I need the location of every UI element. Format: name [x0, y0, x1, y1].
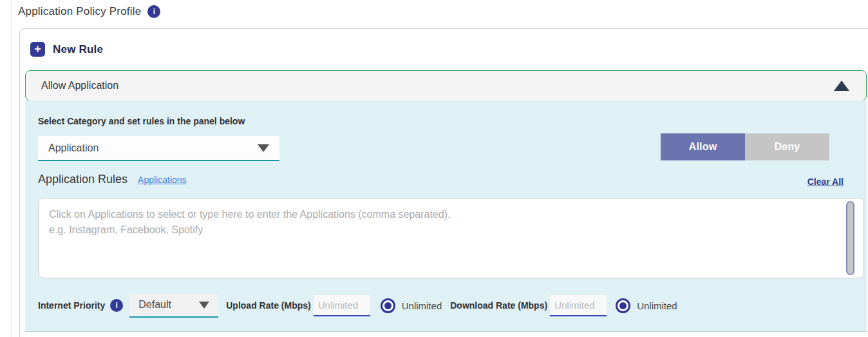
rule-accordion-header[interactable]: Allow Application [25, 70, 867, 101]
rules-header: Application Rules Applications [38, 173, 187, 186]
download-unlimited-radio[interactable] [616, 298, 630, 313]
plus-icon: + [30, 42, 45, 57]
info-icon[interactable]: i [147, 5, 160, 18]
category-hint-label: Select Category and set rules in the pan… [38, 116, 245, 126]
rules-heading: Application Rules [38, 173, 127, 186]
textarea-placeholder-line2: e.g. Instagram, Facebook, Spotify [49, 222, 838, 238]
page-title: Application Policy Profile [18, 5, 141, 18]
policy-card: + New Rule Allow Application Select Cate… [19, 28, 868, 337]
applications-textarea[interactable]: Click on Applications to select or type … [38, 198, 864, 278]
category-dropdown[interactable]: Application [38, 136, 279, 161]
download-rate-label: Download Rate (Mbps) [450, 300, 547, 311]
category-dropdown-value: Application [48, 142, 99, 154]
upload-rate-input[interactable] [314, 295, 370, 316]
chevron-down-icon [199, 302, 209, 309]
upload-rate-label: Upload Rate (Mbps) [226, 300, 310, 311]
priority-dropdown-value: Default [138, 299, 171, 311]
download-rate-input[interactable] [550, 295, 607, 316]
chevron-down-icon [258, 144, 269, 152]
textarea-placeholder-line1: Click on Applications to select or type … [49, 207, 838, 222]
application-policy-screen: Application Policy Profile i + New Rule … [0, 0, 868, 337]
download-unlimited-label: Unlimited [637, 300, 677, 311]
radio-dot [384, 302, 392, 309]
page-header: Application Policy Profile i [18, 5, 160, 18]
rule-panel-body: Select Category and set rules in the pan… [25, 101, 867, 332]
priority-info-icon[interactable]: i [110, 299, 123, 312]
rule-accordion-title: Allow Application [41, 80, 834, 91]
textarea-scrollbar-thumb[interactable] [846, 201, 854, 275]
upload-unlimited-label: Unlimited [402, 300, 442, 311]
deny-button[interactable]: Deny [745, 133, 829, 160]
left-page-divider [12, 0, 12, 337]
action-toggle: Allow Deny [661, 133, 829, 160]
radio-dot [619, 302, 627, 309]
priority-dropdown[interactable]: Default [129, 294, 218, 318]
new-rule-label: New Rule [53, 43, 103, 56]
internet-priority-label: Internet Priority [38, 300, 105, 311]
allow-button[interactable]: Allow [661, 133, 745, 160]
clear-all-link[interactable]: Clear All [807, 177, 844, 187]
upload-unlimited-radio[interactable] [381, 298, 395, 313]
collapse-arrow-icon[interactable] [834, 81, 849, 91]
applications-link[interactable]: Applications [138, 175, 187, 185]
priority-row: Internet Priority i Default Upload Rate … [38, 293, 862, 318]
new-rule-button[interactable]: + New Rule [30, 42, 103, 57]
